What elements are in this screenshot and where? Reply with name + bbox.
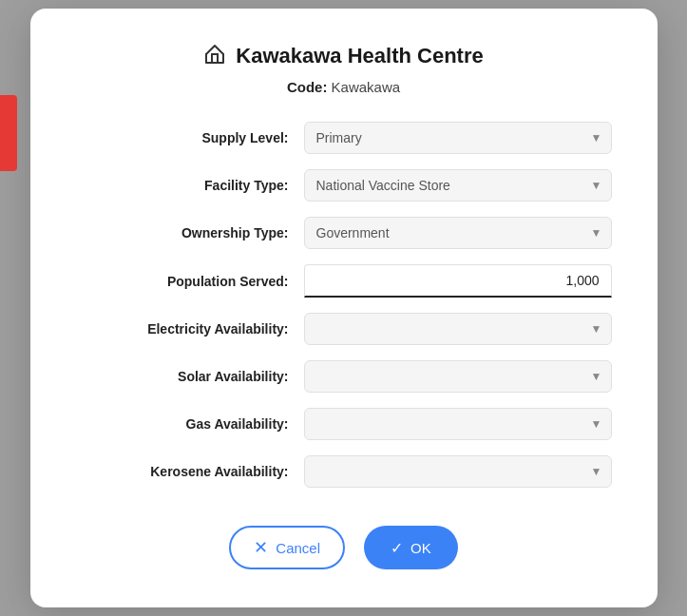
kerosene-availability-control: Yes No Sometimes ▼ (304, 455, 612, 488)
solar-availability-select[interactable]: Yes No Sometimes (304, 360, 612, 393)
ownership-type-row: Ownership Type: Government Private NGO ▼ (76, 217, 612, 249)
kerosene-availability-label: Kerosene Availability: (76, 464, 304, 479)
code-value: Kawakawa (332, 79, 401, 95)
code-label: Code: (287, 79, 328, 95)
cancel-circle-icon: ✕ (254, 537, 268, 558)
ownership-type-select[interactable]: Government Private NGO (304, 217, 612, 249)
solar-availability-control: Yes No Sometimes ▼ (304, 360, 612, 393)
modal-title-row: Kawakawa Health Centre (76, 43, 612, 69)
electricity-availability-control: Yes No Sometimes ▼ (304, 313, 612, 345)
ok-label: OK (410, 540, 431, 556)
kerosene-availability-select[interactable]: Yes No Sometimes (304, 455, 612, 488)
cancel-button[interactable]: ✕ Cancel (229, 526, 345, 569)
modal-title: Kawakawa Health Centre (236, 44, 483, 68)
ok-button[interactable]: ✓ OK (364, 526, 458, 569)
supply-level-select[interactable]: Primary Secondary Tertiary (304, 122, 612, 154)
ok-check-icon: ✓ (391, 539, 403, 557)
electricity-availability-select[interactable]: Yes No Sometimes (304, 313, 612, 345)
modal-actions: ✕ Cancel ✓ OK (76, 526, 612, 569)
svg-rect-0 (212, 54, 218, 63)
supply-level-label: Supply Level: (76, 130, 304, 145)
ownership-type-control: Government Private NGO ▼ (304, 217, 612, 249)
population-served-input[interactable] (304, 264, 612, 298)
facility-type-label: Facility Type: (76, 178, 304, 193)
ownership-type-label: Ownership Type: (76, 225, 304, 241)
facility-type-control: National Vaccine Store Regional Store Di… (304, 169, 612, 202)
gas-availability-select[interactable]: Yes No Sometimes (304, 408, 612, 440)
population-served-row: Population Served: (76, 264, 612, 298)
supply-level-row: Supply Level: Primary Secondary Tertiary… (76, 122, 612, 154)
house-icon (203, 43, 226, 69)
gas-availability-label: Gas Availability: (76, 416, 304, 432)
solar-availability-row: Solar Availability: Yes No Sometimes ▼ (76, 360, 612, 393)
code-row: Code: Kawakawa (76, 79, 612, 95)
gas-availability-control: Yes No Sometimes ▼ (304, 408, 612, 440)
kerosene-availability-row: Kerosene Availability: Yes No Sometimes … (76, 455, 612, 488)
gas-availability-row: Gas Availability: Yes No Sometimes ▼ (76, 408, 612, 440)
solar-availability-label: Solar Availability: (76, 369, 304, 384)
supply-level-control: Primary Secondary Tertiary ▼ (304, 122, 612, 154)
electricity-availability-row: Electricity Availability: Yes No Sometim… (76, 313, 612, 345)
facility-type-select[interactable]: National Vaccine Store Regional Store Di… (304, 169, 612, 202)
population-served-control (304, 264, 612, 298)
electricity-availability-label: Electricity Availability: (76, 321, 304, 337)
cancel-label: Cancel (276, 540, 320, 556)
facility-type-row: Facility Type: National Vaccine Store Re… (76, 169, 612, 202)
edit-facility-modal: Kawakawa Health Centre Code: Kawakawa Su… (30, 9, 658, 607)
population-served-label: Population Served: (76, 274, 304, 289)
